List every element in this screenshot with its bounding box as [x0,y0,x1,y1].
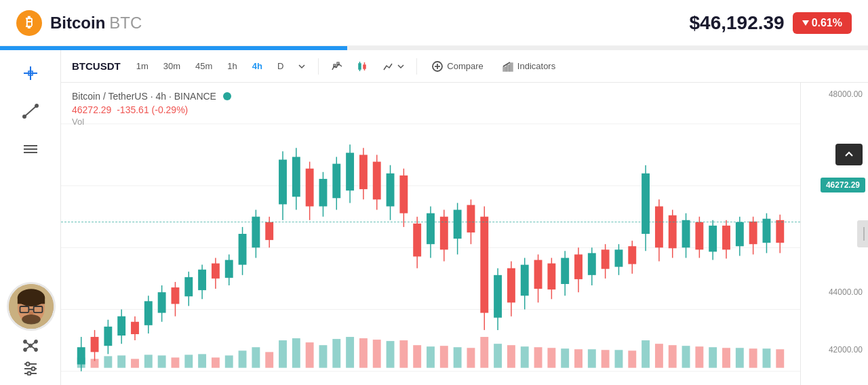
left-toolbar [0,50,61,385]
svg-rect-201 [601,350,610,367]
price-level-42000: 42000.00 [829,345,863,354]
symbol-label: BTCUSDT [72,60,121,72]
svg-rect-209 [709,347,717,367]
timeframe-30m[interactable]: 30m [159,59,185,73]
svg-rect-81 [239,234,247,265]
svg-rect-178 [292,338,300,368]
svg-rect-50 [510,63,513,71]
timeframe-1h[interactable]: 1h [222,59,241,73]
sliders-tool[interactable] [18,355,43,380]
svg-rect-69 [158,292,166,312]
svg-rect-172 [212,357,220,367]
svg-rect-117 [480,217,488,313]
svg-rect-205 [655,344,663,367]
svg-rect-210 [722,348,730,367]
horizontal-lines-tool[interactable] [18,137,43,161]
crosshair-tool[interactable] [18,61,43,85]
current-price-tag: 46272.29 [821,178,865,192]
timeframe-1m[interactable]: 1m [132,59,153,73]
svg-rect-166 [131,359,139,367]
svg-rect-196 [534,347,542,367]
svg-rect-87 [279,160,287,205]
svg-rect-48 [503,67,506,71]
svg-rect-183 [359,338,368,368]
svg-rect-85 [265,222,273,240]
svg-rect-182 [346,337,354,368]
chart-main[interactable]: Bitcoin / TetherUS · 4h · BINANCE 46272.… [61,83,800,385]
chart-title: Bitcoin / TetherUS · 4h · BINANCE [72,91,216,102]
svg-rect-39 [359,64,361,69]
down-arrow-icon [802,20,809,26]
separator-1 [318,58,319,75]
line-tool[interactable] [18,99,43,123]
svg-rect-194 [507,345,515,367]
price-section: $46,192.39 0.61% [689,12,852,34]
svg-rect-199 [574,349,583,367]
svg-rect-161 [776,220,784,243]
chart-type-dropdown[interactable] [378,58,408,75]
svg-rect-197 [547,348,555,367]
svg-rect-91 [306,169,314,207]
coin-name-wrapper: BitcoinBTC [50,14,142,33]
svg-rect-141 [642,174,650,234]
vol-label: Vol [72,117,84,127]
svg-rect-97 [346,153,354,190]
svg-rect-198 [561,348,569,367]
svg-line-25 [25,346,31,350]
svg-rect-211 [736,348,744,367]
chart-vol-row: Vol [72,117,231,127]
svg-rect-207 [682,346,690,367]
svg-rect-135 [601,249,610,268]
svg-rect-59 [91,337,99,352]
svg-rect-155 [736,222,744,246]
svg-rect-195 [521,346,529,367]
svg-rect-190 [454,347,462,367]
svg-rect-93 [319,179,328,207]
svg-rect-42 [363,65,366,68]
network-tool[interactable] [18,333,43,358]
svg-rect-170 [184,354,193,367]
current-price: $46,192.39 [689,12,784,34]
svg-rect-147 [682,220,690,248]
current-price-line [61,222,800,222]
indicators-label: Indicators [517,61,555,71]
svg-line-24 [31,342,36,346]
right-edge-handle[interactable] [857,220,868,247]
chart-lines-tool[interactable] [327,58,347,75]
price-change-badge: 0.61% [793,12,852,34]
svg-rect-63 [117,317,125,336]
svg-rect-113 [454,210,462,239]
chart-content: Bitcoin / TetherUS · 4h · BINANCE 46272.… [61,83,868,385]
svg-rect-73 [184,277,193,296]
price-change-text: 0.61% [812,17,842,29]
candle-tool[interactable] [353,58,373,75]
price-level-44000: 44000.00 [829,287,863,297]
scroll-up-button[interactable] [835,144,863,165]
chart-title-row: Bitcoin / TetherUS · 4h · BINANCE [72,91,231,102]
svg-point-32 [27,372,31,376]
svg-rect-206 [669,345,677,367]
timeframe-4h[interactable]: 4h [248,59,267,73]
svg-point-5 [35,104,38,107]
svg-point-28 [26,363,29,366]
timeframe-45m[interactable]: 45m [191,59,217,73]
svg-rect-101 [373,162,381,200]
compare-label: Compare [447,61,483,71]
compare-button[interactable]: Compare [425,59,490,74]
svg-rect-103 [387,174,395,207]
svg-rect-139 [628,246,636,264]
svg-rect-157 [749,222,757,244]
candlestick-chart[interactable] [61,83,800,385]
indicators-button[interactable]: Indicators [496,59,562,74]
svg-rect-186 [399,340,408,368]
timeframe-D[interactable]: D [273,59,288,73]
svg-rect-79 [225,260,233,278]
svg-rect-176 [265,352,273,367]
svg-rect-171 [198,354,206,367]
timeframe-dropdown[interactable] [294,60,310,73]
svg-rect-12 [18,298,45,304]
top-header: ₿ BitcoinBTC $46,192.39 0.61% [0,0,868,46]
svg-rect-179 [306,342,314,368]
svg-rect-77 [212,264,220,279]
svg-rect-105 [399,176,408,214]
